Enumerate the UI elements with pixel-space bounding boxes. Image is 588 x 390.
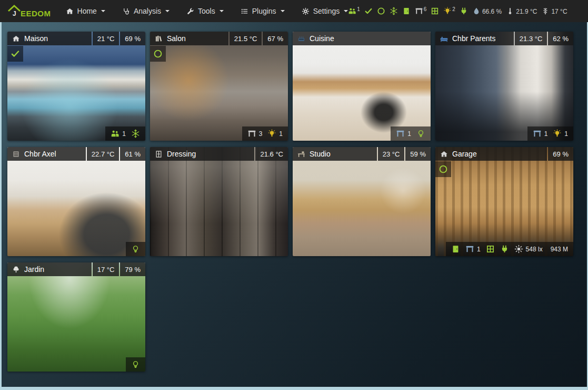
room-card-studio[interactable]: Studio23 °C59 %: [293, 147, 431, 256]
device-window[interactable]: [486, 245, 495, 253]
device-shutters[interactable]: 1: [465, 245, 481, 253]
menu-settings[interactable]: Settings: [302, 7, 348, 15]
room-name: Chbr Parents: [452, 34, 495, 43]
status-temp-indoor[interactable]: 21.9 °C: [506, 7, 537, 15]
snowflake-icon: [131, 129, 140, 138]
status-ok[interactable]: [364, 7, 373, 15]
shutter-icon: [465, 245, 474, 253]
status-lights[interactable]: 2: [443, 7, 455, 15]
chevron-down-icon: [220, 10, 224, 12]
device-lights-off[interactable]: [131, 360, 140, 369]
shutter-icon: [396, 129, 405, 138]
house-icon: [66, 7, 74, 15]
device-frost[interactable]: [131, 129, 140, 138]
room-photo[interactable]: [293, 147, 431, 256]
device-count: 3: [259, 130, 263, 138]
brand-text: EEDOM: [21, 9, 51, 18]
room-card-cuisine[interactable]: Cuisine1: [293, 32, 431, 141]
status-temp-outdoor[interactable]: 17 °C: [541, 7, 567, 15]
status-shutters[interactable]: 6: [415, 7, 427, 15]
room-devices-strip: 1548 lx943 M: [446, 242, 573, 256]
room-devices-strip: 31: [242, 126, 288, 141]
menu-tools[interactable]: Tools: [186, 7, 224, 15]
room-humidity: 61 %: [120, 147, 145, 161]
room-photo[interactable]: [435, 147, 573, 256]
room-header: Studio23 °C59 %: [293, 147, 431, 161]
room-temperature: 21 °C: [93, 32, 119, 45]
room-card-dressing[interactable]: Dressing21.6 °C: [150, 147, 288, 256]
device-lights-off[interactable]: [416, 129, 425, 138]
status-door[interactable]: [402, 7, 411, 15]
menu-home[interactable]: Home: [66, 7, 105, 15]
room-card-axel[interactable]: Chbr Axel22.7 °C61 %: [7, 147, 145, 256]
menu-analysis[interactable]: Analysis: [122, 7, 170, 15]
room-photo[interactable]: [7, 147, 145, 256]
device-presence[interactable]: 1: [111, 129, 126, 138]
device-lights-on[interactable]: 1: [267, 129, 283, 138]
plug-icon: [500, 245, 509, 253]
room-temperature: 21.6 °C: [255, 147, 288, 161]
window-icon: [486, 245, 495, 253]
house-icon: [12, 35, 20, 43]
device-shutters[interactable]: 3: [247, 129, 263, 138]
room-photo[interactable]: [150, 147, 288, 256]
room-photo[interactable]: [7, 262, 145, 372]
room-status-badge[interactable]: [7, 46, 23, 62]
snowflake-icon: [390, 7, 398, 15]
room-photo[interactable]: [7, 32, 145, 141]
device-count: 1: [477, 246, 481, 253]
device-door[interactable]: [451, 245, 460, 253]
device-shutters[interactable]: 1: [396, 129, 411, 138]
device-count: 548 lx: [526, 246, 543, 253]
room-photo[interactable]: [435, 32, 573, 141]
room-header: Garage69 %: [435, 147, 573, 161]
status-window[interactable]: [431, 7, 439, 15]
room-status-badge[interactable]: [435, 161, 451, 177]
window-icon: [431, 7, 439, 15]
device-count: 1: [122, 130, 126, 138]
room-header: Cuisine: [293, 32, 431, 45]
device-plug[interactable]: [500, 245, 509, 253]
room-devices-strip: [126, 242, 145, 256]
dashboard: Maison21 °C69 %1Salon21.5 °C67 %31Cuisin…: [2, 22, 587, 387]
device-lights-off[interactable]: [131, 245, 140, 253]
ring-icon: [438, 164, 448, 174]
jeedom-logo[interactable]: J EEDOM: [6, 4, 51, 18]
room-temperature: 21.5 °C: [230, 32, 262, 45]
room-card-jardin[interactable]: Jardin17 °C79 %: [7, 262, 145, 372]
ring-icon: [377, 7, 385, 15]
room-card-parents[interactable]: Chbr Parents21.3 °C62 %11: [435, 32, 573, 141]
room-header: Dressing21.6 °C: [150, 147, 288, 161]
status-frost[interactable]: [390, 7, 398, 15]
ring-icon: [153, 49, 163, 58]
shutter-icon: [247, 129, 256, 138]
device-lights-on[interactable]: 1: [553, 129, 568, 138]
status-sync[interactable]: [377, 7, 385, 15]
room-name: Jardin: [24, 265, 44, 274]
device-count: 1: [407, 130, 411, 138]
room-temperature: 21.3 °C: [515, 32, 547, 45]
room-photo[interactable]: [150, 32, 288, 141]
room-card-maison[interactable]: Maison21 °C69 %1: [7, 32, 145, 141]
chevron-down-icon: [101, 10, 105, 12]
menu-plugins[interactable]: Plugins: [241, 7, 285, 15]
people-icon: [111, 129, 119, 138]
device-power[interactable]: 943 M: [548, 246, 568, 253]
door-icon: [451, 245, 460, 253]
device-luminosity[interactable]: 548 lx: [514, 245, 543, 253]
room-card-salon[interactable]: Salon21.5 °C67 %31: [150, 32, 288, 141]
status-humidity[interactable]: 66.6 %: [472, 7, 502, 15]
room-devices-strip: 1: [105, 126, 145, 141]
check-icon: [11, 49, 20, 58]
sun-icon: [514, 245, 523, 253]
check-icon: [364, 7, 373, 15]
status-value: 6: [424, 6, 427, 12]
room-card-garage[interactable]: Garage69 %1548 lx943 M: [435, 147, 573, 256]
room-name: Dressing: [167, 150, 196, 158]
room-photo[interactable]: [293, 32, 431, 141]
status-presence[interactable]: 1: [348, 7, 360, 15]
status-plug[interactable]: [460, 7, 468, 15]
device-shutters[interactable]: 1: [533, 129, 548, 138]
room-status-badge[interactable]: [150, 46, 166, 62]
status-value: 2: [452, 6, 455, 12]
